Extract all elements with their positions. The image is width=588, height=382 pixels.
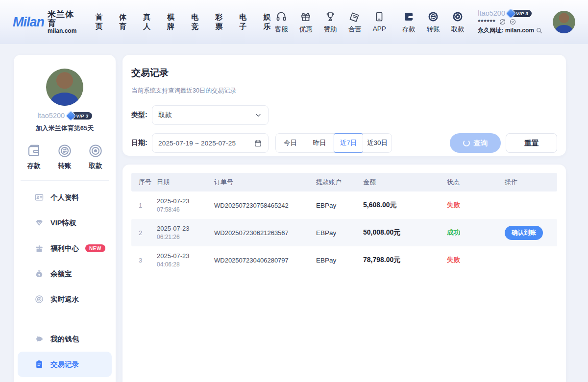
brand-name-cn: 米兰体育 xyxy=(48,10,76,28)
range-today-button[interactable]: 今日 xyxy=(276,134,305,152)
withdraw-icon xyxy=(88,143,103,158)
sidebar-item-label: 福利中心 xyxy=(50,244,79,253)
wallet-icon xyxy=(26,143,41,158)
sidebar-item-yuebao[interactable]: 余额宝 xyxy=(18,261,112,286)
transfer-icon xyxy=(57,143,72,158)
range-yesterday-button[interactable]: 昨日 xyxy=(305,134,334,152)
date-range-value: 2025-07-19 ~ 2025-07-25 xyxy=(158,140,236,147)
row-index: 2 xyxy=(131,229,157,237)
table-header-row: 序号 日期 订单号 提款账户 金额 状态 操作 xyxy=(131,173,557,191)
row-account: EBPay xyxy=(316,257,363,264)
page-title: 交易记录 xyxy=(131,67,557,79)
sidebar-item-vip[interactable]: VIP特权 xyxy=(18,210,112,236)
row-amount: 50,008.00元 xyxy=(363,228,447,237)
sidebar-item-wallet[interactable]: 我的钱包 xyxy=(18,326,112,352)
sidebar-item-welfare[interactable]: 福利中心 NEW xyxy=(18,236,112,261)
row-status: 失败 xyxy=(447,256,505,264)
row-date: 2025-07-23 xyxy=(157,197,214,205)
promo-link[interactable]: 优惠 xyxy=(297,11,314,34)
sponsor-link[interactable]: 赞助 xyxy=(322,11,339,34)
phone-icon xyxy=(373,11,385,23)
nav-item-home[interactable]: 首页 xyxy=(95,13,105,31)
page-subtitle: 当前系统支持查询最近30日的交易记录 xyxy=(131,87,557,95)
support-link[interactable]: 客服 xyxy=(273,11,290,34)
filter-card: 交易记录 当前系统支持查询最近30日的交易记录 类型: 取款 日期: 2025-… xyxy=(122,55,566,156)
sidebar-deposit-label: 存款 xyxy=(27,162,41,170)
top-header: Milan 米兰体育 milan.com 首页 体育 真人 棋牌 电竞 彩票 电… xyxy=(0,0,588,44)
magnifier-icon[interactable] xyxy=(536,27,543,34)
brand-domain: milan.com xyxy=(48,28,76,34)
nav-item-sports[interactable]: 体育 xyxy=(119,13,129,31)
sidebar-item-label: VIP特权 xyxy=(50,218,76,228)
header-avatar[interactable] xyxy=(553,11,575,33)
nav-item-entertainment[interactable]: 娱乐 xyxy=(263,13,273,31)
type-select[interactable]: 取款 xyxy=(152,105,269,125)
sidebar-item-label: 交易记录 xyxy=(50,360,79,369)
join-days-text: 加入米兰体育第65天 xyxy=(14,124,116,133)
sidebar-item-transactions[interactable]: 交易记录 xyxy=(18,352,112,377)
sponsor-label: 赞助 xyxy=(324,25,337,34)
sidebar-item-bets[interactable]: 投注记录 xyxy=(18,377,112,382)
sidebar-item-label: 余额宝 xyxy=(50,269,72,279)
app-link[interactable]: APP xyxy=(371,11,388,34)
nav-item-lottery[interactable]: 彩票 xyxy=(215,13,225,31)
col-date: 日期 xyxy=(157,178,214,187)
id-card-icon xyxy=(34,192,44,202)
piggy-bank-icon xyxy=(34,334,44,344)
row-date: 2025-07-23 xyxy=(157,252,214,260)
deposit-label: 存款 xyxy=(402,25,416,34)
sidebar-avatar[interactable] xyxy=(46,69,83,106)
username: ltao5200 xyxy=(478,9,505,17)
row-status: 失败 xyxy=(447,201,505,210)
gift-icon xyxy=(300,11,312,23)
range-7days-button[interactable]: 近7日 xyxy=(334,134,363,152)
quick-range-group: 今日 昨日 近7日 近30日 xyxy=(275,133,392,153)
brand-logo-script: Milan xyxy=(13,15,44,30)
partner-label: 合营 xyxy=(348,25,362,34)
nav-item-cards[interactable]: 棋牌 xyxy=(167,13,177,31)
table-row: 2 2025-07-23 06:21:26 WD2025072306212635… xyxy=(131,219,557,246)
transfer-link[interactable]: 转账 xyxy=(425,11,441,34)
query-button[interactable]: 查询 xyxy=(450,133,501,153)
gift-icon xyxy=(34,243,44,253)
transactions-table-card: 序号 日期 订单号 提款账户 金额 状态 操作 1 2025-07-23 07:… xyxy=(122,165,566,382)
col-index: 序号 xyxy=(131,178,157,187)
partner-link[interactable]: 合营 xyxy=(346,11,363,34)
row-amount: 5,608.00元 xyxy=(363,201,447,210)
nav-item-live[interactable]: 真人 xyxy=(143,13,153,31)
table-row: 3 2025-07-23 04:06:28 WD2025072304062807… xyxy=(131,246,557,274)
query-button-label: 查询 xyxy=(474,139,488,148)
withdraw-link[interactable]: 取款 xyxy=(449,11,466,34)
confirm-received-button[interactable]: 确认到账 xyxy=(505,226,543,240)
main-nav: 首页 体育 真人 棋牌 电竞 彩票 电子 娱乐 xyxy=(95,13,273,31)
sidebar-username: ltao5200 xyxy=(37,112,65,119)
sidebar-withdraw-label: 取款 xyxy=(89,162,102,170)
date-label: 日期: xyxy=(131,139,152,147)
sidebar-item-label: 实时返水 xyxy=(50,295,79,304)
sidebar-deposit-shortcut[interactable]: 存款 xyxy=(26,143,41,170)
deposit-link[interactable]: 存款 xyxy=(400,11,417,34)
nav-item-slots[interactable]: 电子 xyxy=(239,13,249,31)
sidebar-item-rebate[interactable]: 实时返水 xyxy=(18,286,112,312)
withdraw-icon xyxy=(452,11,464,23)
date-range-input[interactable]: 2025-07-19 ~ 2025-07-25 xyxy=(152,133,269,153)
brand-logo[interactable]: Milan 米兰体育 milan.com xyxy=(13,10,76,34)
row-order-no: WD202507230406280797 xyxy=(214,257,316,264)
eye-off-icon[interactable] xyxy=(499,18,506,25)
range-30days-button[interactable]: 近30日 xyxy=(363,134,392,152)
row-account: EBPay xyxy=(316,229,363,237)
col-order: 订单号 xyxy=(214,178,316,187)
sidebar-transfer-shortcut[interactable]: 转账 xyxy=(57,143,72,170)
sidebar-item-label: 个人资料 xyxy=(50,193,79,202)
col-account: 提款账户 xyxy=(316,178,363,187)
sidebar-shortcuts: 存款 转账 取款 xyxy=(14,143,116,170)
sidebar-withdraw-shortcut[interactable]: 取款 xyxy=(88,143,103,170)
table-row: 1 2025-07-23 07:58:46 WD2025072307584652… xyxy=(131,191,557,219)
nav-item-esports[interactable]: 电竞 xyxy=(191,13,201,31)
col-amount: 金额 xyxy=(363,178,447,187)
reset-button[interactable]: 重置 xyxy=(506,133,557,153)
chevron-down-circle-icon[interactable] xyxy=(509,18,516,25)
sidebar-item-profile[interactable]: 个人资料 xyxy=(18,185,112,210)
row-status: 成功 xyxy=(447,228,505,237)
vip-badge: VIP 3 xyxy=(508,10,532,17)
